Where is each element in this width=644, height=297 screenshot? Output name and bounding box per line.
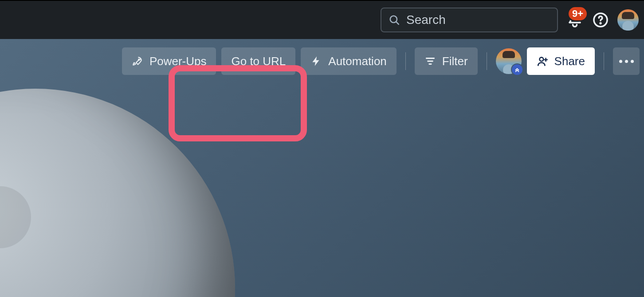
board-toolbar: Power-Ups Go to URL Automation Filter [0,47,644,75]
svg-point-8 [539,57,543,61]
search-placeholder: Search [406,13,446,27]
filter-button[interactable]: Filter [415,47,478,75]
search-icon [389,14,400,26]
powerups-button[interactable]: Power-Ups [122,47,216,75]
board-member-avatar[interactable] [496,48,522,74]
add-user-icon [537,55,548,67]
background-moon [0,89,235,297]
member-admin-badge [511,63,523,76]
bolt-icon [310,55,322,67]
toolbar-separator-3 [604,52,604,70]
help-button[interactable] [593,12,609,28]
go-to-url-button[interactable]: Go to URL [221,47,295,75]
share-button[interactable]: Share [527,47,595,75]
toolbar-separator-2 [487,52,487,70]
automation-button[interactable]: Automation [301,47,397,75]
notifications-button[interactable]: 9+ [566,11,584,29]
annotation-highlight [169,65,307,141]
account-avatar[interactable] [617,9,639,31]
filter-label: Filter [442,55,468,68]
share-label: Share [554,55,585,68]
rocket-icon [132,55,143,67]
board-canvas: Power-Ups Go to URL Automation Filter [0,39,644,297]
go-to-url-label: Go to URL [231,55,286,68]
svg-point-3 [600,23,601,24]
toolbar-separator [405,52,406,70]
powerups-label: Power-Ups [149,55,207,68]
automation-label: Automation [328,55,387,68]
notification-badge: 9+ [567,6,588,22]
topbar-actions: 9+ [566,9,639,31]
search-input[interactable]: Search [381,8,558,32]
board-menu-button[interactable] [613,47,640,75]
app-topbar: Search 9+ [0,1,644,39]
svg-line-1 [396,22,398,24]
filter-icon [424,55,436,67]
ellipsis-icon [619,60,634,63]
